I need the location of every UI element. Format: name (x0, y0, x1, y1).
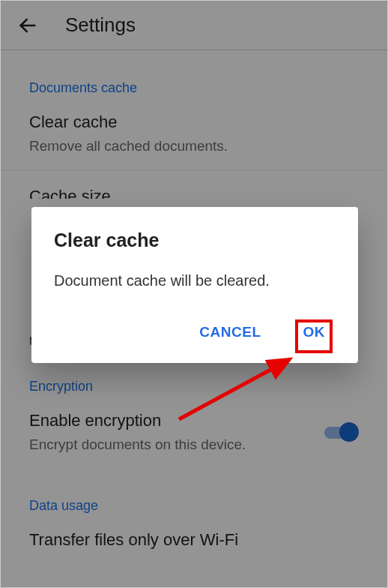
ok-button[interactable]: OK (297, 320, 332, 345)
dialog-actions: CANCEL OK (54, 320, 336, 356)
dialog-body: Document cache will be cleared. (54, 272, 336, 290)
clear-cache-dialog: Clear cache Document cache will be clear… (31, 207, 358, 363)
cancel-button[interactable]: CANCEL (193, 320, 267, 345)
dialog-title: Clear cache (54, 230, 336, 251)
